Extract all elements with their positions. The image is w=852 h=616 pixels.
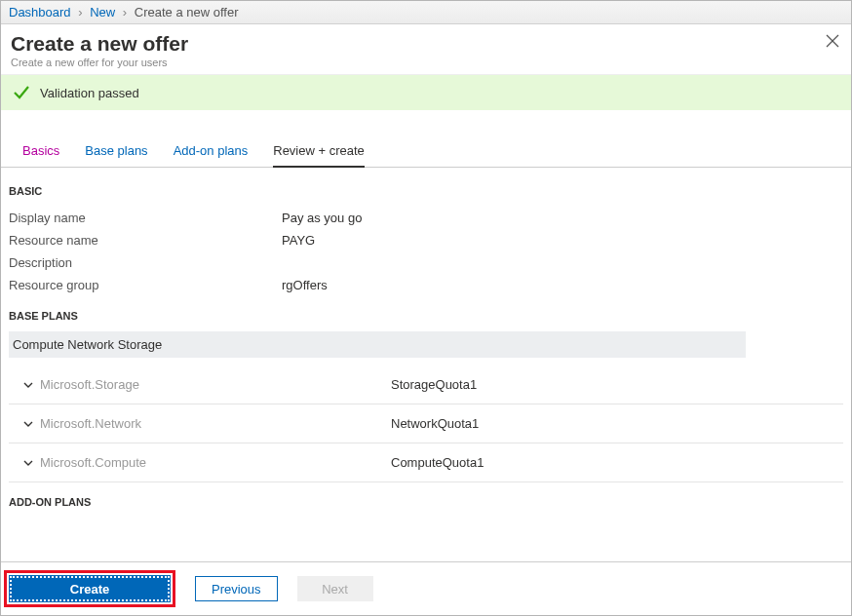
kv-display-name: Display name Pay as you go [9, 207, 843, 229]
page-header: Create a new offer Create a new offer fo… [1, 24, 851, 75]
tab-base-plans[interactable]: Base plans [85, 137, 147, 167]
plan-service: Microsoft.Compute [40, 455, 391, 470]
chevron-right-icon: › [74, 5, 86, 19]
create-button[interactable]: Create [10, 576, 170, 601]
tab-basics[interactable]: Basics [22, 137, 59, 167]
plan-quota: ComputeQuota1 [391, 455, 484, 470]
create-button-highlight: Create [4, 570, 175, 607]
display-name-label: Display name [9, 211, 282, 225]
base-plan-title: Compute Network Storage [9, 331, 746, 358]
plan-quota: NetworkQuota1 [391, 416, 479, 431]
kv-description: Description [9, 251, 843, 274]
footer-bar: Create Previous Next [1, 561, 851, 615]
plan-row: Microsoft.Compute ComputeQuota1 [9, 443, 843, 482]
section-basic: BASIC [9, 185, 843, 197]
chevron-right-icon: › [119, 5, 131, 19]
description-label: Description [9, 255, 282, 270]
section-base-plans: BASE PLANS [9, 310, 843, 322]
chevron-down-icon[interactable] [22, 457, 40, 469]
breadcrumb-current: Create a new offer [135, 5, 239, 19]
check-icon [13, 84, 30, 101]
resource-name-label: Resource name [9, 233, 282, 248]
plan-row: Microsoft.Network NetworkQuota1 [9, 404, 843, 443]
display-name-value: Pay as you go [282, 211, 362, 225]
breadcrumb-new[interactable]: New [90, 5, 115, 19]
tab-review-create[interactable]: Review + create [273, 137, 365, 168]
breadcrumb-dashboard[interactable]: Dashboard [9, 5, 71, 19]
chevron-down-icon[interactable] [22, 379, 40, 391]
chevron-down-icon[interactable] [22, 418, 40, 430]
plan-row: Microsoft.Storage StorageQuota1 [9, 366, 843, 404]
tab-bar: Basics Base plans Add-on plans Review + … [1, 137, 851, 168]
validation-text: Validation passed [40, 86, 139, 100]
page-subtitle: Create a new offer for your users [11, 57, 841, 68]
previous-button[interactable]: Previous [195, 576, 278, 601]
tab-addon-plans[interactable]: Add-on plans [174, 137, 249, 167]
close-button[interactable] [826, 34, 839, 48]
plan-service: Microsoft.Storage [40, 377, 391, 392]
kv-resource-group: Resource group rgOffers [9, 274, 843, 296]
plan-quota: StorageQuota1 [391, 377, 477, 392]
plan-service: Microsoft.Network [40, 416, 391, 431]
validation-banner: Validation passed [1, 75, 851, 110]
close-icon [826, 34, 839, 48]
page-title: Create a new offer [11, 32, 841, 56]
base-plan-list: Microsoft.Storage StorageQuota1 Microsof… [9, 366, 843, 482]
resource-group-label: Resource group [9, 278, 282, 292]
content-area: BASIC Display name Pay as you go Resourc… [1, 168, 851, 561]
resource-name-value: PAYG [282, 233, 315, 248]
breadcrumb: Dashboard › New › Create a new offer [1, 1, 851, 24]
resource-group-value: rgOffers [282, 278, 328, 292]
kv-resource-name: Resource name PAYG [9, 229, 843, 251]
section-addon-plans: ADD-ON PLANS [9, 496, 843, 508]
next-button: Next [297, 576, 373, 601]
